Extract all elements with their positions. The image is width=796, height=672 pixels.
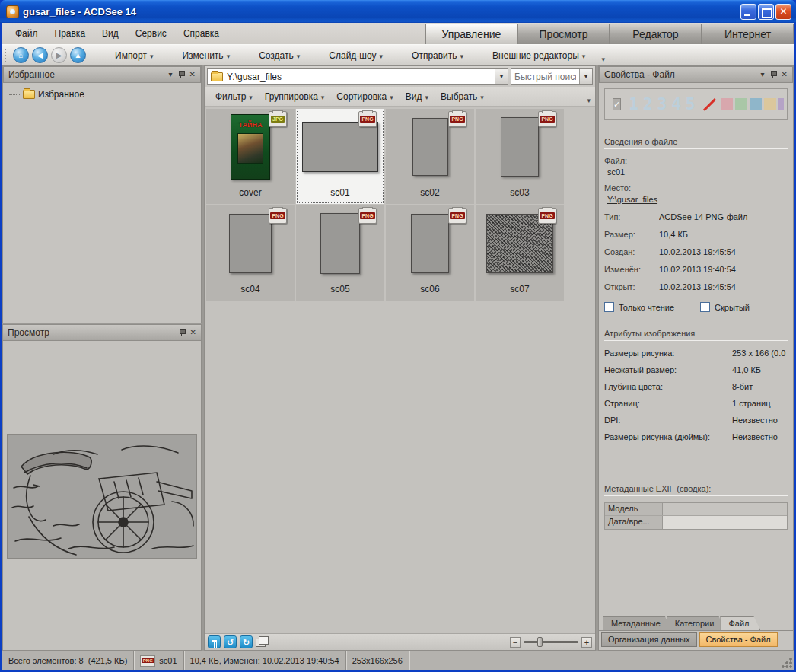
home-icon[interactable]: ⌂ (13, 47, 29, 63)
exif-heading: Метаданные EXIF (сводка): (604, 484, 788, 496)
close-icon[interactable]: ✕ (190, 329, 196, 336)
readonly-checkbox[interactable]: Только чтение (604, 302, 674, 312)
color-label-tan[interactable] (764, 98, 776, 110)
toolbar-grip[interactable] (5, 49, 8, 62)
address-dropdown-icon[interactable]: ▾ (495, 69, 508, 84)
chevron-down-icon: ▾ (390, 94, 393, 101)
location-label: Место: (604, 183, 788, 193)
mode-tab-editor[interactable]: Редактор (610, 24, 702, 44)
tab-metadata[interactable]: Метаданные (603, 616, 672, 630)
rotate-right-icon[interactable]: ↻ (240, 635, 253, 648)
rotate-left-icon[interactable]: ↺ (224, 635, 237, 648)
close-icon[interactable]: ✕ (782, 71, 788, 78)
created-label: Создан: (604, 247, 659, 256)
color-label-green[interactable] (735, 98, 747, 110)
thumbnail-sc04[interactable]: PNG sc04 (206, 205, 295, 301)
thumbnail-sc02[interactable]: PNG sc02 (386, 109, 474, 204)
up-icon[interactable]: ▲ (70, 47, 86, 63)
address-bar[interactable]: Y:\gusar_files ▾ (207, 68, 508, 85)
color-label-purple[interactable] (778, 98, 784, 110)
zoom-slider-thumb[interactable] (537, 637, 543, 647)
chevron-down-icon: ▾ (460, 53, 464, 60)
sorting-button[interactable]: Сортировка▾ (330, 89, 399, 104)
thumbnail-sc06[interactable]: PNG sc06 (386, 205, 474, 301)
chevron-down-icon: ▾ (227, 53, 231, 60)
menu-view[interactable]: Вид (94, 25, 127, 42)
import-button[interactable]: Импорт▾ (106, 47, 162, 64)
external-editors-button[interactable]: Внешние редакторы▾ (483, 47, 594, 64)
png-badge-icon: PNG (140, 655, 155, 667)
thumbnail-label: sc03 (510, 187, 529, 198)
panel-menu-icon[interactable]: ▾ (761, 71, 765, 78)
toolbar-separator (94, 49, 94, 62)
duplicates-icon[interactable] (256, 636, 269, 648)
thumbnail-sc07[interactable]: PNG sc07 (476, 205, 564, 301)
pin-icon[interactable] (179, 329, 185, 336)
tagged-checkbox[interactable]: ✓ (613, 98, 621, 110)
panel-menu-icon[interactable]: ▾ (169, 71, 173, 78)
color-label-pink[interactable] (721, 98, 733, 110)
thumbnail-sc05[interactable]: PNG sc05 (296, 205, 384, 301)
forward-icon[interactable]: ▶ (51, 47, 67, 63)
filter-overflow-icon[interactable]: ▾ (587, 97, 591, 106)
opened-label: Открыт: (604, 282, 659, 291)
file-name-value: sc01 (607, 167, 788, 177)
search-input[interactable] (511, 72, 579, 82)
edit-button[interactable]: Изменить▾ (173, 47, 239, 64)
pin-icon[interactable] (178, 71, 184, 78)
slideshow-button[interactable]: Слайд-шоу▾ (320, 47, 392, 64)
dimensions-inches-label: Размеры рисунка (дюймы): (604, 432, 732, 441)
back-icon[interactable]: ◀ (32, 47, 48, 63)
pin-icon[interactable] (770, 71, 776, 78)
tab-file[interactable]: Файл (720, 616, 760, 630)
chevron-down-icon: ▾ (480, 94, 484, 101)
modified-value: 10.02.2013 19:40:54 (659, 265, 788, 274)
thumbnail-cover[interactable]: ТАЙНА JPG cover (206, 109, 295, 204)
type-value: ACDSee 14 PNG-файл (659, 212, 788, 221)
toolbar-overflow-icon[interactable]: ▾ (601, 56, 605, 65)
minimize-button[interactable] (740, 4, 756, 20)
menu-bar: Файл Правка Вид Сервис Справка Управлени… (2, 23, 794, 44)
thumbnail-grid: ТАЙНА JPG cover PNG sc01 PNG sc02 (205, 107, 595, 303)
rating-numbers[interactable]: 12345 (629, 95, 699, 113)
thumbnail-image: ТАЙНА (231, 114, 270, 180)
menu-file[interactable]: Файл (7, 25, 46, 42)
view-button[interactable]: Вид▾ (400, 89, 435, 104)
zoom-in-button[interactable]: + (581, 637, 592, 648)
uncompressed-label: Несжатый размер: (604, 365, 732, 374)
properties-file-tab[interactable]: Свойства - Файл (699, 632, 778, 647)
location-link[interactable]: Y:\gusar_files (607, 195, 657, 204)
maximize-button[interactable] (758, 4, 774, 20)
menu-tools[interactable]: Сервис (127, 25, 175, 42)
close-button[interactable] (775, 4, 791, 20)
favorites-panel-title: Избранное (8, 69, 55, 80)
send-button[interactable]: Отправить▾ (403, 47, 473, 64)
search-dropdown-icon[interactable]: ▾ (579, 69, 592, 84)
mode-tab-manage[interactable]: Управление (425, 24, 517, 44)
tab-categories[interactable]: Категории (667, 616, 726, 630)
select-button[interactable]: Выбрать▾ (435, 89, 490, 104)
mode-tab-view[interactable]: Просмотр (517, 24, 610, 44)
mode-tab-internet[interactable]: Интернет (702, 24, 794, 44)
pages-label: Страниц: (604, 399, 732, 408)
close-icon[interactable]: ✕ (189, 71, 196, 78)
menu-help[interactable]: Справка (175, 25, 228, 42)
thumbnail-label: sc01 (330, 187, 349, 198)
color-depth-label: Глубина цвета: (604, 382, 732, 391)
menu-edit[interactable]: Правка (46, 25, 94, 42)
thumbnail-sc03[interactable]: PNG sc03 (476, 109, 564, 204)
zoom-out-button[interactable]: − (510, 637, 521, 648)
grouping-button[interactable]: Группировка▾ (259, 89, 331, 104)
zoom-slider[interactable] (524, 641, 578, 643)
color-label-blue[interactable] (750, 98, 762, 110)
filter-button[interactable]: Фильтр▾ (209, 89, 259, 104)
delete-image-icon[interactable] (208, 635, 221, 648)
thumbnail-sc01[interactable]: PNG sc01 (296, 109, 384, 204)
favorites-tree-item[interactable]: Избранное (6, 88, 198, 101)
resize-grip[interactable] (782, 658, 793, 669)
pages-value: 1 страниц (732, 399, 788, 408)
organize-data-tab[interactable]: Организация данных (601, 632, 697, 647)
hidden-checkbox[interactable]: Скрытый (700, 302, 750, 312)
checkbox-icon (604, 302, 614, 312)
create-button[interactable]: Создать▾ (250, 47, 309, 64)
